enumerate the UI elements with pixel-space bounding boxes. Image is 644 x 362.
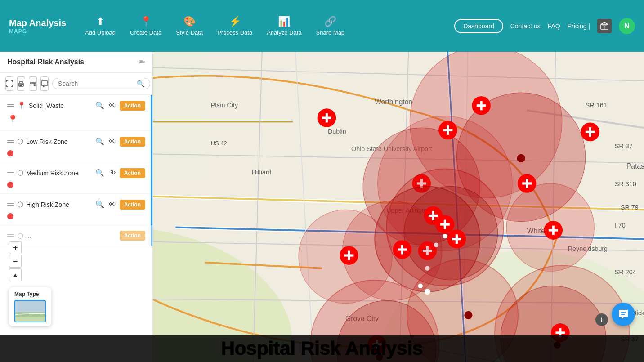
nav-share-map[interactable]: 🔗 Share Map	[311, 12, 350, 40]
pricing-link[interactable]: Pricing |	[568, 22, 590, 30]
layer-action-button[interactable]: Action	[120, 200, 145, 210]
svg-text:SR 79: SR 79	[621, 204, 639, 211]
layer-extra: ⬡ ... Action	[0, 225, 152, 246]
svg-point-100	[517, 154, 525, 162]
layer-accent	[151, 95, 152, 131]
layer-low-risk-zone: ⬡ Low Risk Zone 🔍 👁 Action	[0, 131, 152, 162]
analyze-data-label: Analyze Data	[267, 29, 301, 36]
layer-type-icon: 📍	[17, 101, 26, 110]
zoom-to-layer-button[interactable]: 🔍	[94, 199, 105, 210]
search-input[interactable]	[58, 80, 137, 87]
faq-link[interactable]: FAQ	[548, 22, 560, 30]
nav-right: Dashboard Contact us FAQ Pricing | N	[454, 18, 635, 34]
sidebar-header: Hospital Risk Analysis ✏	[0, 52, 152, 73]
search-box[interactable]: 🔍	[52, 78, 150, 89]
layer-accent	[151, 194, 152, 225]
layer-type-icon: ⬡	[17, 137, 23, 146]
zoom-to-layer-button[interactable]: 🔍	[94, 168, 105, 178]
sidebar-title: Hospital Risk Analysis	[7, 58, 84, 66]
drag-handle[interactable]	[7, 172, 14, 174]
toggle-visibility-button[interactable]: 👁	[108, 200, 117, 210]
svg-text:SR 161: SR 161	[586, 102, 607, 109]
edit-icon[interactable]: ✏	[139, 57, 145, 67]
nav-analyze-data[interactable]: 📊 Analyze Data	[261, 12, 307, 40]
zoom-in-button[interactable]: +	[9, 241, 22, 254]
share-map-icon: 🔗	[324, 16, 336, 27]
svg-point-85	[443, 234, 447, 238]
zoom-controls: + − ▲	[9, 241, 22, 281]
drag-handle[interactable]	[7, 234, 14, 237]
process-data-label: Process Data	[217, 29, 252, 36]
add-upload-icon: ⬆	[96, 16, 104, 27]
svg-text:SR 204: SR 204	[615, 268, 636, 276]
nav-process-data[interactable]: ⚡ Process Data	[212, 12, 258, 40]
layer-type-icon: ⬡	[17, 200, 23, 209]
layer-action-button[interactable]: Action	[120, 101, 145, 111]
svg-text:I 70: I 70	[615, 222, 626, 229]
fullscreen-button[interactable]	[5, 76, 13, 91]
layer-name: Medium Risk Zone	[26, 170, 92, 177]
zoom-to-layer-button[interactable]: 🔍	[94, 136, 105, 147]
layer-action-button[interactable]: Action	[120, 168, 145, 178]
svg-text:Dublin: Dublin	[328, 128, 346, 135]
cube-icon	[597, 19, 612, 33]
style-data-label: Style Data	[176, 29, 203, 36]
create-data-icon: 📍	[140, 16, 152, 27]
layer-preview	[7, 150, 145, 156]
zoom-out-button[interactable]: −	[9, 255, 22, 268]
create-data-label: Create Data	[130, 29, 161, 36]
process-data-icon: ⚡	[229, 16, 241, 27]
nav-style-data[interactable]: 🎨 Style Data	[170, 12, 208, 40]
svg-line-141	[36, 85, 36, 86]
nav-create-data[interactable]: 📍 Create Data	[125, 12, 167, 40]
contact-link[interactable]: Contact us	[510, 22, 541, 30]
chat-button[interactable]	[612, 303, 635, 326]
layer-solid-waste: 📍 Solid_Waste 🔍 👁 Action 📍	[0, 95, 152, 131]
svg-text:SR 37: SR 37	[615, 143, 633, 150]
layers-button[interactable]	[29, 76, 37, 91]
layer-accent-extra	[151, 225, 152, 246]
layer-high-risk-zone: ⬡ High Risk Zone 🔍 👁 Action	[0, 194, 152, 225]
main-area: SR 161 SR 37 SR 310 SR 79 I 70 SR 204 SR…	[0, 52, 644, 362]
search-icon: 🔍	[137, 80, 144, 87]
layer-preview	[7, 182, 145, 188]
drag-handle[interactable]	[7, 203, 14, 206]
nav-items: ⬆ Add Upload 📍 Create Data 🎨 Style Data …	[80, 12, 454, 40]
nav-add-upload[interactable]: ⬆ Add Upload	[80, 12, 121, 40]
share-map-label: Share Map	[316, 29, 345, 36]
user-avatar[interactable]: N	[619, 18, 635, 34]
layer-accent	[151, 162, 152, 194]
svg-text:Worthington: Worthington	[375, 98, 412, 106]
toggle-visibility-button[interactable]: 👁	[108, 137, 117, 147]
zoom-arrow-button[interactable]: ▲	[9, 268, 22, 281]
analyze-data-icon: 📊	[278, 16, 290, 27]
map-type-widget: Map Type	[9, 287, 51, 326]
map-type-label: Map Type	[14, 291, 46, 297]
zoom-to-layer-button[interactable]: 🔍	[94, 100, 105, 111]
layer-preview	[7, 213, 145, 219]
svg-point-116	[418, 284, 422, 288]
drag-handle[interactable]	[7, 140, 14, 143]
svg-rect-135	[20, 85, 22, 86]
svg-rect-128	[15, 317, 46, 322]
layer-action-button-extra[interactable]: Action	[120, 231, 145, 241]
comment-button[interactable]	[40, 76, 49, 91]
top-nav: Map Analysis MAPG ⬆ Add Upload 📍 Create …	[0, 0, 644, 52]
toggle-visibility-button[interactable]: 👁	[108, 101, 117, 111]
print-button[interactable]	[17, 76, 25, 91]
app-subtitle: MAPG	[9, 28, 27, 35]
bottom-title-bar: Hospital Risk Analysis	[0, 335, 644, 362]
layer-action-button[interactable]: Action	[120, 137, 145, 147]
info-icon: i	[601, 316, 603, 323]
layer-name-extra: ...	[26, 232, 117, 239]
layer-preview: 📍	[7, 114, 145, 125]
layer-type-icon: ⬡	[17, 169, 23, 177]
drag-handle[interactable]	[7, 104, 14, 107]
svg-text:Pataskala: Pataskala	[626, 162, 644, 170]
dashboard-button[interactable]: Dashboard	[454, 19, 503, 33]
svg-text:SR 310: SR 310	[615, 180, 636, 188]
info-button[interactable]: i	[595, 313, 608, 326]
map-type-thumbnail[interactable]	[14, 300, 46, 322]
toggle-visibility-button[interactable]: 👁	[108, 168, 117, 178]
svg-text:US 42: US 42	[211, 140, 227, 147]
